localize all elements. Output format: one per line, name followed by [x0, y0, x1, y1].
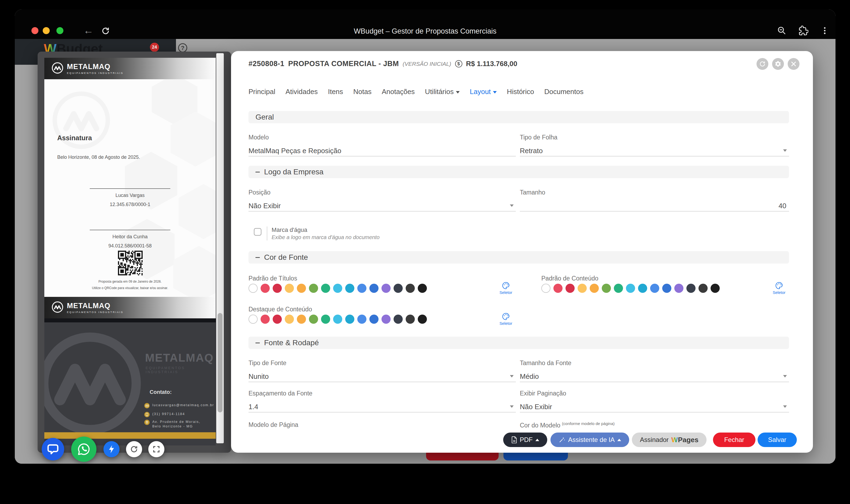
- tab-itens[interactable]: Itens: [328, 88, 343, 96]
- color-swatch[interactable]: [321, 284, 330, 293]
- color-swatch[interactable]: [369, 284, 379, 293]
- color-swatch[interactable]: [638, 284, 647, 293]
- color-swatch[interactable]: [273, 314, 282, 324]
- color-swatch[interactable]: [394, 284, 403, 293]
- chevron-down-icon[interactable]: [783, 406, 787, 408]
- color-swatch[interactable]: [381, 284, 391, 293]
- tab-principal[interactable]: Principal: [249, 88, 275, 96]
- whatsapp-fab[interactable]: [71, 436, 96, 462]
- extensions-puzzle-icon[interactable]: [793, 25, 814, 36]
- fechar-button[interactable]: Fechar: [713, 433, 756, 447]
- pdf-button[interactable]: PDF: [503, 433, 547, 447]
- color-swatch[interactable]: [418, 284, 427, 293]
- quick-actions-fab[interactable]: [104, 441, 120, 457]
- refresh-proposal-button[interactable]: [757, 58, 768, 70]
- color-swatch[interactable]: [369, 314, 379, 324]
- help-icon[interactable]: ?: [178, 43, 187, 52]
- color-swatch[interactable]: [650, 284, 659, 293]
- color-swatch[interactable]: [333, 314, 342, 324]
- tab-utilitarios[interactable]: Utilitários: [425, 88, 460, 96]
- marca-dagua-checkbox[interactable]: [254, 228, 261, 236]
- color-swatch[interactable]: [686, 284, 695, 293]
- chevron-down-icon[interactable]: [783, 375, 787, 377]
- color-swatch[interactable]: [602, 284, 611, 293]
- color-swatch[interactable]: [394, 314, 403, 324]
- color-swatch[interactable]: [321, 314, 330, 324]
- chevron-down-icon[interactable]: [510, 406, 514, 408]
- espacamento-select[interactable]: 1.4: [249, 403, 258, 411]
- color-swatch[interactable]: [297, 284, 306, 293]
- assinador-wpages-button[interactable]: Assinador WPages: [632, 433, 707, 447]
- color-swatch[interactable]: [260, 314, 270, 324]
- color-swatch[interactable]: [249, 314, 258, 324]
- seletor-titulos-button[interactable]: Seletor: [496, 282, 516, 295]
- color-swatch[interactable]: [541, 284, 550, 293]
- tipo-fonte-select[interactable]: Nunito: [249, 372, 269, 381]
- refresh-preview-fab[interactable]: [126, 441, 142, 457]
- preview-scrollbar-thumb[interactable]: [218, 313, 222, 412]
- color-swatch[interactable]: [249, 284, 258, 293]
- chevron-down-icon[interactable]: [510, 375, 514, 377]
- tab-anotacoes[interactable]: Anotações: [382, 88, 415, 96]
- seletor-conteudo-button[interactable]: Seletor: [769, 282, 789, 295]
- color-swatch[interactable]: [578, 284, 587, 293]
- color-swatch[interactable]: [699, 284, 708, 293]
- tipo-folha-select[interactable]: Retrato: [520, 147, 543, 155]
- section-geral[interactable]: Geral: [249, 111, 789, 123]
- cover-brand-name: METALMAQ: [145, 352, 214, 364]
- color-swatch[interactable]: [357, 314, 366, 324]
- color-swatch[interactable]: [309, 314, 318, 324]
- close-modal-button[interactable]: [788, 58, 799, 70]
- color-swatch[interactable]: [357, 284, 366, 293]
- tab-notas[interactable]: Notas: [353, 88, 372, 96]
- salvar-button[interactable]: Salvar: [758, 433, 797, 447]
- color-swatch[interactable]: [662, 284, 671, 293]
- tab-atividades[interactable]: Atividades: [286, 88, 318, 96]
- paginacao-select[interactable]: Não Exibir: [520, 403, 552, 411]
- fullscreen-fab[interactable]: [148, 441, 164, 457]
- ai-assistant-button[interactable]: Assistente de IA: [550, 433, 629, 447]
- color-swatch[interactable]: [345, 314, 354, 324]
- settings-button[interactable]: [772, 58, 784, 70]
- pdf-viewer[interactable]: METALMAQ EQUIPAMENTOS INDUSTRIAIS Assina…: [44, 58, 216, 446]
- tamanho-fonte-select[interactable]: Médio: [520, 372, 539, 381]
- color-swatch[interactable]: [285, 314, 294, 324]
- color-swatch[interactable]: [710, 284, 720, 293]
- section-fonte-rodape[interactable]: Fonte & Rodapé: [249, 337, 789, 349]
- chat-fab[interactable]: [42, 438, 64, 461]
- chevron-down-icon[interactable]: [510, 204, 514, 207]
- color-swatch[interactable]: [674, 284, 684, 293]
- color-swatch[interactable]: [345, 284, 354, 293]
- color-swatch[interactable]: [406, 284, 415, 293]
- color-swatch[interactable]: [418, 314, 427, 324]
- color-swatch[interactable]: [285, 284, 294, 293]
- modelo-input[interactable]: MetalMaq Peças e Reposição: [249, 147, 341, 155]
- color-swatch[interactable]: [554, 284, 563, 293]
- color-swatch[interactable]: [333, 284, 342, 293]
- color-swatch[interactable]: [297, 314, 306, 324]
- whatsapp-icon: [77, 442, 91, 456]
- color-swatch[interactable]: [565, 284, 575, 293]
- color-swatch[interactable]: [273, 284, 282, 293]
- menu-kebab-icon[interactable]: [814, 26, 835, 35]
- color-swatch[interactable]: [590, 284, 599, 293]
- color-swatch[interactable]: [406, 314, 415, 324]
- tamanho-input[interactable]: 40: [779, 202, 786, 210]
- color-swatch[interactable]: [614, 284, 623, 293]
- brand-name: METALMAQ: [67, 62, 123, 71]
- posicao-select[interactable]: Não Exibir: [249, 202, 281, 210]
- color-swatch[interactable]: [260, 284, 270, 293]
- tab-layout[interactable]: Layout: [470, 88, 497, 96]
- color-swatch[interactable]: [626, 284, 635, 293]
- tab-documentos[interactable]: Documentos: [544, 88, 583, 96]
- chevron-down-icon[interactable]: [783, 149, 787, 152]
- section-logo-empresa[interactable]: Logo da Empresa: [249, 166, 789, 178]
- tab-historico[interactable]: Histórico: [507, 88, 534, 96]
- preview-scrollbar[interactable]: [216, 53, 224, 443]
- color-swatch[interactable]: [309, 284, 318, 293]
- color-swatch[interactable]: [381, 314, 391, 324]
- section-cor-de-fonte[interactable]: Cor de Fonte: [249, 251, 789, 264]
- seletor-destaque-button[interactable]: Seletor: [496, 312, 516, 326]
- zoom-out-icon[interactable]: [771, 25, 793, 36]
- email-icon: [144, 403, 150, 408]
